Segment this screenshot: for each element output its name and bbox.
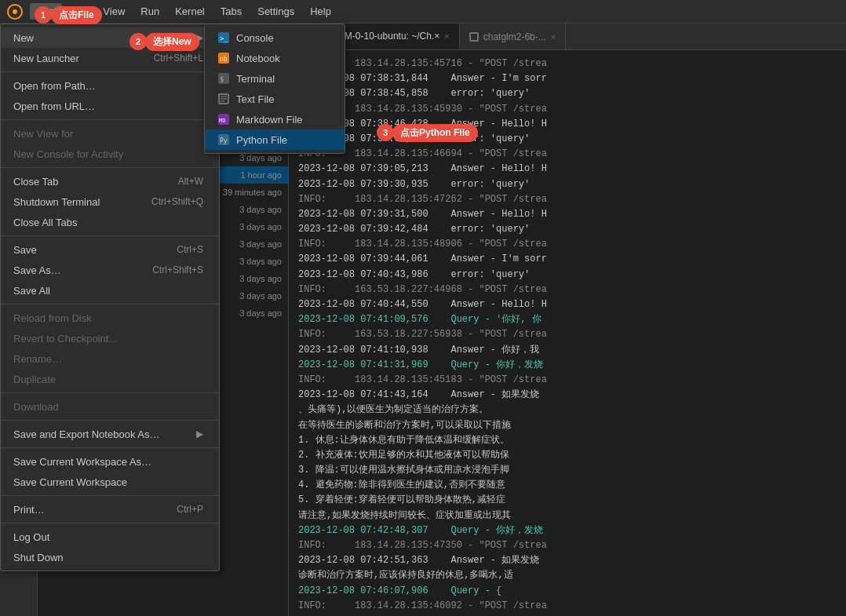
divider-8 [1, 447, 219, 448]
svg-point-1 [13, 9, 17, 14]
terminal-line: 2023-12-08 07:42:48,307 Query - 你好，发烧 [298, 523, 837, 538]
new-submenu: >_ Console nb Notebook [204, 24, 345, 154]
tab-chatglm-close[interactable]: × [551, 32, 556, 42]
file-date: 3 days ago [239, 274, 282, 283]
file-revert: Revert to Checkpoint… [1, 328, 219, 348]
terminal-line: 5. 穿着轻便:穿着轻便可以帮助身体散热,减轻症 [298, 493, 837, 508]
app-logo [6, 3, 24, 20]
terminal-line: INFO: 183.14.28.135:46092 - "POST /strea [298, 599, 837, 614]
terminal-line: INFO: 183.14.28.135:48906 - "POST /strea [298, 237, 837, 252]
terminal-line: 2023-12-08 07:38:45,858 error: 'query' [298, 86, 837, 101]
file-date: 3 days ago [239, 308, 282, 318]
file-open-url[interactable]: Open from URL… [1, 96, 219, 116]
svg-text:>_: >_ [220, 35, 228, 42]
file-close-all[interactable]: Close All Tabs [1, 212, 219, 232]
file-save-workspace[interactable]: Save Current Workspace [1, 472, 219, 492]
file-new-view: New View for [1, 123, 219, 144]
file-logout[interactable]: Log Out [1, 527, 219, 547]
tab-chatglm-label: chatglm2-6b-... [483, 31, 546, 42]
menu-settings[interactable]: Settings [250, 3, 302, 20]
menu-file[interactable]: File [30, 3, 62, 20]
file-open-path[interactable]: Open from Path… [1, 75, 219, 96]
menu-view[interactable]: View [95, 3, 133, 20]
file-date: 3 days ago [239, 153, 282, 162]
console-icon: >_ [217, 31, 230, 44]
file-save-export[interactable]: Save and Export Notebook As… ▶ [1, 424, 219, 444]
right-panel: root@VM-0-10-ubuntu: ~/Ch.× × chatglm2-6… [289, 24, 846, 616]
file-date: 3 days ago [239, 291, 282, 301]
menu-bar: File Edit View Run Kernel Tabs Settings … [0, 0, 846, 24]
terminal-line: INFO: 183.14.28.135:47350 - "POST /strea [298, 538, 837, 553]
new-markdown-file[interactable]: MD Markdown File [205, 109, 345, 129]
tab-chatglm[interactable]: chatglm2-6b-... × [460, 24, 566, 49]
terminal-line: 2023-12-08 07:46:07,906 Query - { [298, 584, 837, 599]
terminal-line: 2023-12-08 07:39:05,213 Answer - Hello! … [298, 162, 837, 177]
file-save-workspace-as[interactable]: Save Current Workspace As… [1, 451, 219, 472]
file-new-console: New Console for Activity [1, 144, 219, 164]
notebook-icon: nb [217, 52, 230, 64]
terminal-line: 诊断和治疗方案时,应该保持良好的休息,多喝水,适 [298, 568, 837, 583]
export-arrow: ▶ [196, 428, 203, 439]
divider-2 [1, 119, 219, 120]
menu-help[interactable]: Help [302, 3, 339, 20]
file-date: 1 hour ago [240, 170, 282, 180]
file-reload: Reload from Disk [1, 308, 219, 328]
terminal-line: 、头痛等),以便医生为制定适当的治疗方案。 [298, 403, 837, 417]
markdown-icon: MD [217, 113, 230, 126]
submenu-arrow: ▶ [196, 32, 203, 43]
terminal-line: INFO: 163.53.18.227:44968 - "POST /strea [298, 282, 837, 297]
file-date: 3 days ago [239, 239, 282, 249]
divider-1 [1, 71, 219, 72]
terminal-line: 3. 降温:可以使用温水擦拭身体或用凉水浸泡手脚 [298, 463, 837, 478]
terminal-line: 1. 休息:让身体休息有助于降低体温和缓解症状。 [298, 433, 837, 448]
terminal-line: 2023-12-08 07:39:44,061 Answer - I'm sor… [298, 252, 837, 267]
svg-text:Py: Py [220, 137, 228, 144]
file-date: 3 days ago [239, 222, 282, 231]
file-save[interactable]: Save Ctrl+S [1, 239, 219, 260]
file-save-as[interactable]: Save As… Ctrl+Shift+S [1, 260, 219, 280]
file-duplicate: Duplicate [1, 369, 219, 389]
new-notebook[interactable]: nb Notebook [205, 48, 345, 68]
divider-7 [1, 420, 219, 421]
new-console[interactable]: >_ Console [205, 27, 345, 48]
new-text-file[interactable]: Text File [205, 89, 345, 109]
new-python-file[interactable]: Py Python File [205, 129, 345, 150]
divider-10 [1, 523, 219, 523]
svg-text:MD: MD [219, 118, 225, 124]
terminal-line: 在等待医生的诊断和治疗方案时,可以采取以下措施 [298, 418, 837, 433]
terminal-line: 2023-12-08 07:40:44,550 Answer - Hello! … [298, 297, 837, 312]
svg-rect-33 [470, 33, 478, 41]
menu-run[interactable]: Run [133, 3, 167, 20]
new-terminal[interactable]: $ Terminal [205, 68, 345, 89]
file-date: 39 minutes ago [223, 188, 282, 197]
terminal-line: 2023-12-08 07:40:43,986 error: 'query' [298, 268, 837, 282]
text-file-icon [217, 93, 230, 105]
file-new-item[interactable]: New ▶ [1, 27, 219, 48]
terminal-line: 2023-12-08 07:41:43,164 Answer - 如果发烧 [298, 388, 837, 403]
file-rename: Rename… [1, 348, 219, 369]
menu-edit[interactable]: Edit [62, 3, 95, 20]
file-date: 3 days ago [239, 257, 282, 266]
menu-kernel[interactable]: Kernel [167, 3, 213, 20]
tab-terminal-close[interactable]: × [444, 31, 449, 41]
file-print[interactable]: Print… Ctrl+P [1, 499, 219, 519]
terminal-line: 2023-12-08 07:42:51,363 Answer - 如果发烧 [298, 553, 837, 568]
terminal-line: INFO: 183.14.28.135:46694 - "POST /strea [298, 147, 837, 162]
divider-4 [1, 235, 219, 236]
file-shutdown-terminal[interactable]: Shutdown Terminal Ctrl+Shift+Q [1, 191, 219, 212]
terminal-icon: $ [217, 72, 230, 85]
file-close-tab[interactable]: Close Tab Alt+W [1, 171, 219, 191]
divider-3 [1, 167, 219, 168]
terminal-line: 2023-12-08 07:41:10,938 Answer - 你好，我 [298, 343, 837, 358]
terminal-line: 2023-12-08 07:38:31,844 Answer - I'm sor… [298, 71, 837, 86]
file-dropdown-overlay: New ▶ New Launcher Ctrl+Shift+L Open fro… [0, 24, 220, 571]
terminal-line: 2023-12-08 07:39:30,935 error: 'query' [298, 177, 837, 192]
file-new-launcher[interactable]: New Launcher Ctrl+Shift+L [1, 48, 219, 68]
terminal-line: 2023-12-08 07:41:09,576 Query - '你好, 你 [298, 312, 837, 327]
menu-tabs[interactable]: Tabs [213, 3, 250, 20]
file-date: 3 days ago [239, 205, 282, 214]
terminal-line: INFO: 183.14.28.135:47262 - "POST /strea [298, 192, 837, 207]
file-save-all[interactable]: Save All [1, 280, 219, 301]
tabs-bar: root@VM-0-10-ubuntu: ~/Ch.× × chatglm2-6… [289, 24, 846, 50]
file-shutdown[interactable]: Shut Down [1, 547, 219, 567]
